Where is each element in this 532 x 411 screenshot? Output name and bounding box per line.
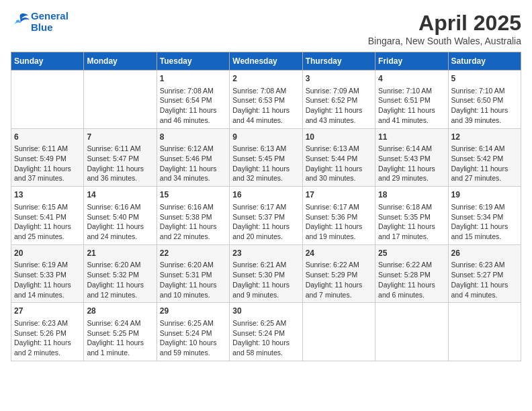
calendar-cell: 8Sunrise: 6:12 AMSunset: 5:46 PMDaylight… [157,128,229,187]
calendar-cell: 13Sunrise: 6:15 AMSunset: 5:41 PMDayligh… [11,187,84,245]
sunrise-text: Sunrise: 7:08 AM [232,86,299,96]
calendar-cell: 3Sunrise: 7:09 AMSunset: 6:52 PMDaylight… [302,71,375,129]
daylight-text: Daylight: 11 hours and 4 minutes. [451,280,518,300]
daylight-text: Daylight: 11 hours and 9 minutes. [232,280,299,300]
sunrise-text: Sunrise: 6:21 AM [232,260,299,270]
header: General Blue April 2025 Bingara, New Sou… [11,11,521,46]
sunset-text: Sunset: 5:24 PM [232,328,299,338]
month-title: April 2025 [368,11,521,36]
logo-icon [11,11,30,30]
sunset-text: Sunset: 5:36 PM [306,212,372,222]
calendar-cell: 18Sunrise: 6:18 AMSunset: 5:35 PMDayligh… [375,187,448,245]
day-number: 27 [14,306,81,317]
daylight-text: Daylight: 11 hours and 27 minutes. [451,164,518,183]
daylight-text: Daylight: 11 hours and 25 minutes. [14,222,81,241]
daylight-text: Daylight: 11 hours and 32 minutes. [232,164,299,183]
daylight-text: Daylight: 11 hours and 30 minutes. [306,164,372,183]
sunset-text: Sunset: 5:31 PM [160,270,226,280]
sunset-text: Sunset: 5:42 PM [451,154,518,164]
daylight-text: Daylight: 11 hours and 17 minutes. [378,222,445,241]
sunrise-text: Sunrise: 6:16 AM [87,202,153,212]
weekday-header-wednesday: Wednesday [230,52,302,71]
daylight-text: Daylight: 11 hours and 44 minutes. [232,105,299,125]
calendar-cell: 25Sunrise: 6:22 AMSunset: 5:28 PMDayligh… [375,244,448,303]
calendar-cell: 14Sunrise: 6:16 AMSunset: 5:40 PMDayligh… [84,187,157,245]
sunset-text: Sunset: 5:43 PM [378,154,445,164]
calendar-cell: 30Sunrise: 6:25 AMSunset: 5:24 PMDayligh… [230,303,302,361]
daylight-text: Daylight: 11 hours and 1 minute. [87,338,153,357]
daylight-text: Daylight: 11 hours and 37 minutes. [14,164,81,183]
day-number: 23 [232,248,299,259]
day-number: 24 [306,248,372,259]
day-number: 15 [160,189,226,201]
sunset-text: Sunset: 6:53 PM [232,95,299,105]
calendar-cell: 20Sunrise: 6:19 AMSunset: 5:33 PMDayligh… [11,244,84,303]
daylight-text: Daylight: 11 hours and 20 minutes. [232,222,299,241]
weekday-header-monday: Monday [84,52,157,71]
day-number: 17 [306,189,372,201]
calendar-cell: 6Sunrise: 6:11 AMSunset: 5:49 PMDaylight… [11,128,84,187]
sunrise-text: Sunrise: 6:25 AM [232,318,299,328]
sunrise-text: Sunrise: 6:17 AM [232,202,299,212]
calendar-cell [302,303,375,361]
daylight-text: Daylight: 11 hours and 6 minutes. [378,280,445,300]
sunset-text: Sunset: 5:32 PM [87,270,153,280]
day-number: 18 [378,189,445,201]
calendar-cell: 28Sunrise: 6:24 AMSunset: 5:25 PMDayligh… [84,303,157,361]
sunrise-text: Sunrise: 6:14 AM [451,144,518,154]
sunrise-text: Sunrise: 6:14 AM [378,144,445,154]
sunrise-text: Sunrise: 6:13 AM [306,144,372,154]
sunset-text: Sunset: 5:46 PM [160,154,226,164]
day-number: 4 [378,73,445,85]
calendar-cell: 4Sunrise: 7:10 AMSunset: 6:51 PMDaylight… [375,71,448,129]
sunset-text: Sunset: 5:37 PM [232,212,299,222]
sunrise-text: Sunrise: 6:16 AM [160,202,226,212]
daylight-text: Daylight: 11 hours and 22 minutes. [160,222,226,241]
sunrise-text: Sunrise: 6:25 AM [160,318,226,328]
sunrise-text: Sunrise: 6:11 AM [87,144,153,154]
calendar-cell [375,303,448,361]
calendar-cell: 21Sunrise: 6:20 AMSunset: 5:32 PMDayligh… [84,244,157,303]
calendar-cell: 2Sunrise: 7:08 AMSunset: 6:53 PMDaylight… [230,71,302,129]
day-number: 10 [306,132,372,143]
location-title: Bingara, New South Wales, Australia [368,36,521,46]
sunset-text: Sunset: 5:28 PM [378,270,445,280]
daylight-text: Daylight: 11 hours and 41 minutes. [378,105,445,125]
daylight-text: Daylight: 11 hours and 43 minutes. [306,105,372,125]
daylight-text: Daylight: 11 hours and 14 minutes. [14,280,81,300]
calendar-week-row: 6Sunrise: 6:11 AMSunset: 5:49 PMDaylight… [11,128,521,187]
sunset-text: Sunset: 6:51 PM [378,95,445,105]
calendar-week-row: 27Sunrise: 6:23 AMSunset: 5:26 PMDayligh… [11,303,521,361]
sunrise-text: Sunrise: 6:22 AM [378,260,445,270]
day-number: 7 [87,132,153,143]
sunrise-text: Sunrise: 6:19 AM [451,202,518,212]
sunset-text: Sunset: 5:49 PM [14,154,81,164]
sunset-text: Sunset: 5:38 PM [160,212,226,222]
weekday-header-thursday: Thursday [302,52,375,71]
daylight-text: Daylight: 11 hours and 10 minutes. [160,280,226,300]
sunset-text: Sunset: 5:24 PM [160,328,226,338]
sunrise-text: Sunrise: 6:20 AM [87,260,153,270]
sunrise-text: Sunrise: 7:09 AM [306,86,372,96]
calendar-cell: 10Sunrise: 6:13 AMSunset: 5:44 PMDayligh… [302,128,375,187]
day-number: 21 [87,248,153,259]
day-number: 19 [451,189,518,201]
day-number: 14 [87,189,153,201]
calendar-table: SundayMondayTuesdayWednesdayThursdayFrid… [11,52,521,361]
day-number: 20 [14,248,81,259]
daylight-text: Daylight: 11 hours and 29 minutes. [378,164,445,183]
weekday-header-row: SundayMondayTuesdayWednesdayThursdayFrid… [11,52,521,71]
sunset-text: Sunset: 5:26 PM [14,328,81,338]
calendar-cell: 1Sunrise: 7:08 AMSunset: 6:54 PMDaylight… [157,71,229,129]
sunrise-text: Sunrise: 6:15 AM [14,202,81,212]
day-number: 16 [232,189,299,201]
sunset-text: Sunset: 5:40 PM [87,212,153,222]
daylight-text: Daylight: 11 hours and 2 minutes. [14,338,81,357]
weekday-header-friday: Friday [375,52,448,71]
sunset-text: Sunset: 5:47 PM [87,154,153,164]
sunset-text: Sunset: 5:30 PM [232,270,299,280]
day-number: 11 [378,132,445,143]
calendar-week-row: 13Sunrise: 6:15 AMSunset: 5:41 PMDayligh… [11,187,521,245]
title-area: April 2025 Bingara, New South Wales, Aus… [368,11,521,46]
day-number: 26 [451,248,518,259]
